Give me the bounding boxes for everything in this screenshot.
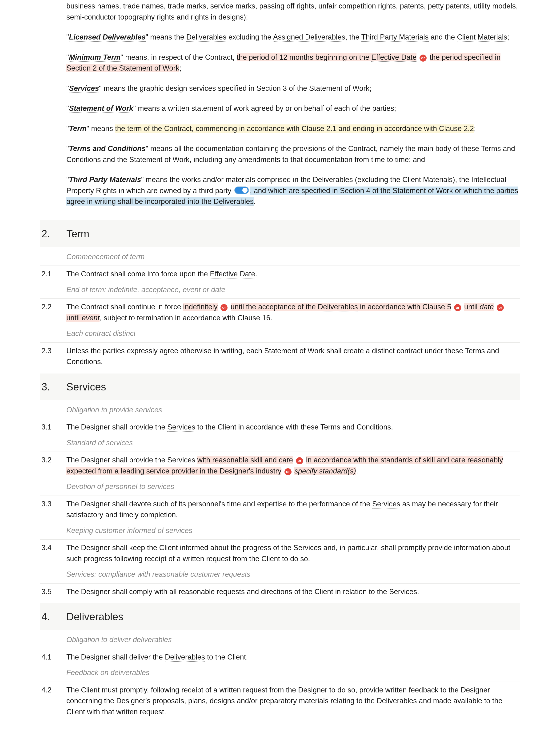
- section-num: 4.: [40, 609, 66, 624]
- clause-3-3: 3.3 The Designer shall devote such of it…: [40, 499, 520, 521]
- def-sow: "Statement of Work" means a written stat…: [40, 102, 520, 122]
- clause-3-2: 3.2 The Designer shall provide the Servi…: [40, 455, 520, 477]
- term-tpm: Third Party Materials: [69, 175, 141, 184]
- clause-3-4: 3.4 The Designer shall keep the Client i…: [40, 542, 520, 565]
- xref-services[interactable]: Services: [167, 423, 195, 432]
- def-ip-tail: business names, trade names, trade marks…: [40, 0, 520, 30]
- or-badge[interactable]: or: [296, 457, 303, 464]
- opt-22-1[interactable]: indefinitely: [183, 303, 218, 311]
- term-minimum: Minimum Term: [69, 53, 121, 62]
- annotation: Each contract distinct: [40, 328, 520, 343]
- term-sow: Statement of Work: [69, 104, 133, 113]
- clause-4-2: 4.2 The Client must promptly, following …: [40, 685, 520, 718]
- xref-effective-date: Effective Date: [371, 53, 416, 62]
- clause-num: 3.4: [40, 542, 66, 554]
- or-badge[interactable]: or: [497, 304, 504, 311]
- def-tnc: "Terms and Conditions" means all the doc…: [40, 143, 520, 173]
- or-badge[interactable]: or: [284, 468, 292, 475]
- term-services: Services: [69, 84, 99, 93]
- section-title: Term: [66, 226, 90, 242]
- def-licensed-deliverables: "Licensed Deliverables" means the Delive…: [40, 31, 520, 50]
- xref-deliverables[interactable]: Deliverables: [377, 697, 417, 705]
- section-title: Deliverables: [66, 609, 123, 624]
- annotation: Obligation to provide services: [40, 405, 520, 419]
- opt-22-2[interactable]: until the acceptance of the Deliverables…: [231, 303, 451, 311]
- xref-services[interactable]: Services: [293, 544, 321, 552]
- xref-services[interactable]: Services: [389, 588, 417, 596]
- annotation: Feedback on deliverables: [40, 667, 520, 682]
- clause-num: 3.3: [40, 499, 66, 510]
- section-num: 3.: [40, 379, 66, 395]
- def-minimum-term: "Minimum Term" means, in respect of the …: [40, 51, 520, 82]
- term-term: Term: [69, 124, 87, 133]
- xref-client-materials[interactable]: Client Materials: [402, 175, 453, 184]
- fill-date: date: [479, 303, 494, 311]
- clause-num: 2.2: [40, 302, 66, 313]
- clause-num: 2.3: [40, 345, 66, 356]
- def-services: "Services" means the graphic design serv…: [40, 82, 520, 102]
- xref-deliverables: Deliverables: [318, 303, 358, 311]
- clause-num: 3.2: [40, 455, 66, 466]
- section-head-services: 3. Services: [40, 374, 520, 400]
- annotation: End of term: indefinite, acceptance, eve…: [40, 284, 520, 299]
- clause-2-1: 2.1 The Contract shall come into force u…: [40, 269, 520, 280]
- clause-num: 3.1: [40, 422, 66, 433]
- xref-services[interactable]: Services: [372, 500, 400, 508]
- xref-deliverables[interactable]: Deliverables: [165, 653, 205, 661]
- clause-3-5: 3.5 The Designer shall comply with all r…: [40, 586, 520, 598]
- opt-22-4[interactable]: until event: [66, 314, 100, 322]
- section-head-deliverables: 4. Deliverables: [40, 603, 520, 630]
- xref-sow[interactable]: Statement of Work: [264, 347, 324, 355]
- clause-2-3: 2.3 Unless the parties expressly agree o…: [40, 345, 520, 368]
- toggle-tpm-optional[interactable]: [234, 186, 249, 194]
- xref-deliverables[interactable]: Deliverables: [313, 175, 353, 184]
- term-licensed: Licensed Deliverables: [69, 33, 146, 42]
- document-page: business names, trade names, trade marks…: [0, 0, 560, 728]
- xref-assigned-deliverables[interactable]: Assigned Deliverables: [273, 33, 345, 42]
- or-badge[interactable]: or: [221, 304, 228, 311]
- section-title: Services: [66, 379, 106, 395]
- annotation: Services: compliance with reasonable cus…: [40, 569, 520, 584]
- opt-32-1[interactable]: with reasonable skill and care: [197, 456, 293, 464]
- annotation: Obligation to deliver deliverables: [40, 634, 520, 649]
- hl-term-body[interactable]: the term of the Contract, commencing in …: [115, 124, 474, 133]
- clause-num: 3.5: [40, 586, 66, 597]
- clause-3-1: 3.1 The Designer shall provide the Servi…: [40, 422, 520, 433]
- clause-2-2: 2.2 The Contract shall continue in force…: [40, 302, 520, 324]
- xref-client-materials[interactable]: Client Materials: [457, 33, 507, 42]
- annotation: Devotion of personnel to services: [40, 481, 520, 496]
- xref-third-party-materials[interactable]: Third Party Materials: [362, 33, 429, 42]
- annotation: Commencement of term: [40, 252, 520, 266]
- clause-num: 4.2: [40, 685, 66, 696]
- clause-num: 4.1: [40, 652, 66, 663]
- or-badge[interactable]: or: [420, 54, 427, 61]
- def-term: "Term" means the term of the Contract, c…: [40, 123, 520, 142]
- annotation: Keeping customer informed of services: [40, 525, 520, 540]
- opt-22-3[interactable]: until date: [464, 303, 494, 311]
- section-head-term: 2. Term: [40, 220, 520, 247]
- fill-standard[interactable]: specify standard(s): [294, 467, 356, 475]
- section-num: 2.: [40, 226, 66, 242]
- clause-4-1: 4.1 The Designer shall deliver the Deliv…: [40, 652, 520, 663]
- def-tpm: "Third Party Materials" means the works …: [40, 174, 520, 215]
- xref-effective-date[interactable]: Effective Date: [210, 270, 255, 279]
- or-badge[interactable]: or: [454, 304, 461, 311]
- annotation: Standard of services: [40, 437, 520, 452]
- xref-deliverables: Deliverables: [214, 197, 254, 206]
- def-ip-tail-text: business names, trade names, trade marks…: [66, 1, 520, 23]
- fill-event: event: [82, 314, 100, 322]
- opt-min-1[interactable]: the period of 12 months beginning on the…: [237, 53, 417, 61]
- term-tnc: Terms and Conditions: [69, 144, 146, 153]
- clause-num: 2.1: [40, 269, 66, 280]
- xref-deliverables[interactable]: Deliverables: [186, 33, 227, 42]
